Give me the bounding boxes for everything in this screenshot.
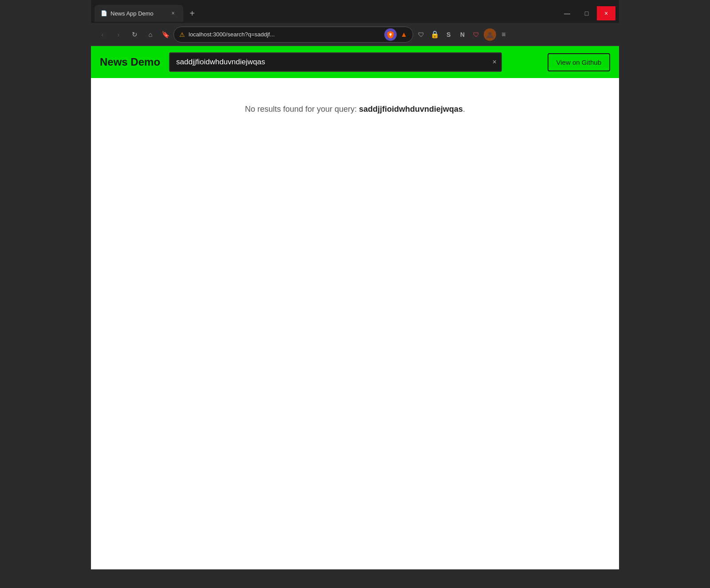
extensions-area: 🛡 🔒 S N 🛡 ≡ <box>415 28 510 41</box>
close-window-button[interactable]: × <box>597 6 615 20</box>
brave-rewards-icon: ▲ <box>400 31 407 39</box>
tab-close-button[interactable]: × <box>169 9 177 17</box>
new-tab-button[interactable]: + <box>185 6 199 20</box>
forward-button[interactable]: › <box>111 27 126 42</box>
tab-bar: 📄 News App Demo × + — □ × <box>91 0 619 23</box>
tab-favicon-icon: 📄 <box>101 10 107 16</box>
no-results-suffix: . <box>463 105 465 114</box>
bookmark-button[interactable]: 🔖 <box>159 28 172 41</box>
app-header: News Demo × View on Github <box>91 46 619 78</box>
search-clear-button[interactable]: × <box>493 58 497 66</box>
search-container: × <box>169 52 502 72</box>
app-brand-text: News Demo <box>100 56 160 68</box>
github-button[interactable]: View on Github <box>548 53 610 71</box>
extension-pocket-icon[interactable]: 🛡 <box>470 28 482 41</box>
extension-bitwarden-icon[interactable]: 🔒 <box>429 28 441 41</box>
no-results-message: No results found for your query: saddjjf… <box>91 78 619 141</box>
svg-point-0 <box>489 32 492 35</box>
menu-button[interactable]: ≡ <box>497 28 510 41</box>
reload-button[interactable]: ↻ <box>127 27 142 42</box>
address-bar[interactable]: ⚠ localhost:3000/search?q=saddjf... ▲ <box>174 27 413 43</box>
no-results-prefix: No results found for your query: <box>245 105 357 114</box>
nav-bar: ‹ › ↻ ⌂ 🔖 ⚠ localhost:3000/search?q=sadd… <box>91 23 619 46</box>
brave-shield-button[interactable] <box>384 28 397 41</box>
home-button[interactable]: ⌂ <box>143 27 158 42</box>
browser-window: 📄 News App Demo × + — □ × ‹ › ↻ ⌂ 🔖 ⚠ lo… <box>91 0 619 569</box>
app-content: News Demo × View on Github No results fo… <box>91 46 619 569</box>
no-results-query: saddjjfioidwhduvndiejwqas <box>359 105 463 114</box>
address-text: localhost:3000/search?q=saddjf... <box>189 31 381 38</box>
security-warning-icon: ⚠ <box>179 31 185 38</box>
search-input[interactable] <box>169 52 502 72</box>
back-button[interactable]: ‹ <box>95 27 110 42</box>
screenshot-wrapper: 📄 News App Demo × + — □ × ‹ › ↻ ⌂ 🔖 ⚠ lo… <box>0 0 710 588</box>
tab-title: News App Demo <box>110 10 166 17</box>
profile-button[interactable] <box>484 28 496 41</box>
window-controls: — □ × <box>558 6 615 20</box>
browser-tab-active[interactable]: 📄 News App Demo × <box>95 5 183 22</box>
extension-s-icon[interactable]: S <box>442 28 455 41</box>
extension-shield-icon[interactable]: 🛡 <box>415 28 427 41</box>
extension-notion-icon[interactable]: N <box>456 28 469 41</box>
minimize-button[interactable]: — <box>558 6 576 20</box>
maximize-button[interactable]: □ <box>577 6 596 20</box>
